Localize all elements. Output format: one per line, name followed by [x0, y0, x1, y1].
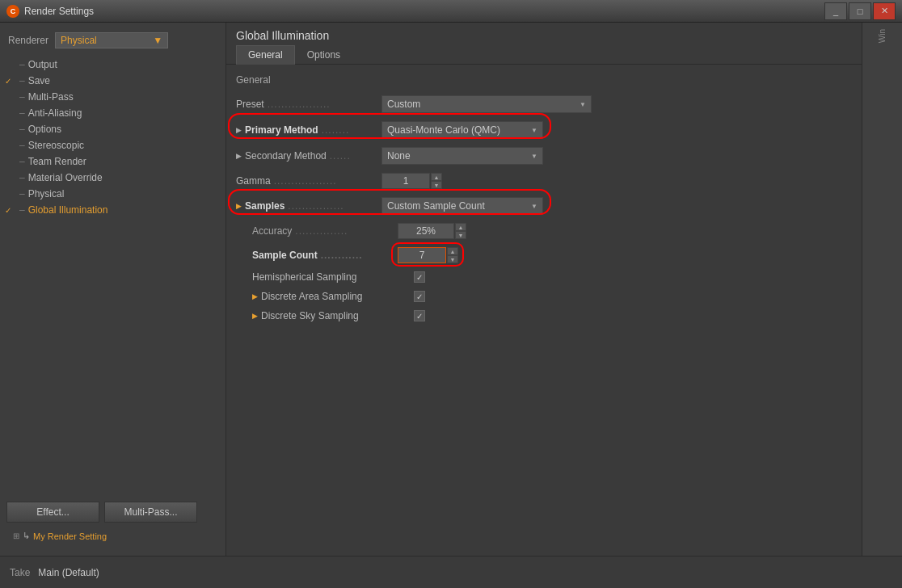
primary-method-row: ▶ Primary Method ........ Quasi-Monte Ca…: [236, 120, 852, 141]
close-button[interactable]: ✕: [873, 2, 896, 20]
expand-arrow-icon: ▶: [236, 152, 242, 160]
expand-icon: ⊞: [13, 531, 19, 540]
sidebar-item-save[interactable]: ✓ – Save: [0, 73, 226, 89]
multipass-button[interactable]: Multi-Pass...: [104, 502, 197, 523]
bottom-bar: Take Main (Default): [0, 556, 902, 588]
minimize-button[interactable]: _: [824, 2, 847, 20]
renderer-label: Renderer: [8, 35, 48, 46]
window-controls: _ □ ✕: [824, 2, 896, 20]
sidebar-item-antialiasing[interactable]: – Anti-Aliasing: [0, 105, 226, 121]
accuracy-label: Accuracy: [252, 225, 292, 237]
chevron-down-icon: ▼: [531, 153, 537, 160]
discrete-area-row: ▶ Discrete Area Sampling ✓: [236, 289, 852, 304]
section-header: General: [236, 73, 852, 87]
hemispherical-row: Hemispherical Sampling ✓: [236, 270, 852, 284]
right-panel: Win: [862, 23, 902, 556]
discrete-sky-row: ▶ Discrete Sky Sampling ✓: [236, 309, 852, 323]
sidebar-item-options[interactable]: – Options: [0, 121, 226, 137]
gamma-spinner[interactable]: ▲ ▼: [431, 173, 442, 189]
sample-count-label: Sample Count: [252, 250, 318, 261]
accuracy-row: Accuracy ............... 25% ▲ ▼: [236, 221, 852, 241]
sidebar-item-output[interactable]: – Output: [0, 57, 226, 73]
samples-row: ▶ Samples ................ Custom Sample…: [236, 195, 852, 216]
render-setting-row: ⊞ ↳ My Render Setting: [6, 527, 219, 544]
take-label: Take: [10, 567, 30, 578]
take-value: Main (Default): [38, 567, 99, 578]
render-setting-label[interactable]: My Render Setting: [33, 531, 107, 541]
renderer-row: Renderer Physical ▼: [0, 27, 226, 53]
samples-label: Samples: [245, 200, 285, 212]
preset-row: Preset .................. Custom ▼: [236, 94, 852, 115]
spin-down-icon[interactable]: ▼: [431, 181, 442, 189]
gamma-input[interactable]: 1: [381, 173, 430, 189]
expand-area-icon: ▶: [252, 292, 258, 300]
chevron-down-icon: ▼: [531, 127, 537, 134]
spin-up-icon[interactable]: ▲: [431, 173, 442, 181]
primary-method-dropdown[interactable]: Quasi-Monte Carlo (QMC) ▼: [381, 121, 543, 139]
title-bar: C Render Settings _ □ ✕: [0, 0, 902, 23]
sample-count-spinner[interactable]: ▲ ▼: [447, 247, 458, 263]
sidebar-item-teamrender[interactable]: – Team Render: [0, 153, 226, 170]
gamma-label: Gamma: [236, 175, 271, 187]
sidebar-item-materialoverride[interactable]: – Material Override: [0, 170, 226, 186]
sample-count-row: Sample Count ............ 7 ▲ ▼: [236, 246, 852, 265]
content-panel: General Preset .................. Custom…: [226, 65, 862, 556]
spin-down-icon[interactable]: ▼: [447, 255, 458, 263]
expand-sky-icon: ▶: [252, 312, 258, 320]
sample-count-input[interactable]: 7: [398, 247, 446, 263]
primary-method-label: Primary Method: [245, 124, 318, 136]
preset-dropdown[interactable]: Custom ▼: [381, 95, 592, 113]
right-panel-label: Win: [878, 29, 887, 43]
accuracy-spinner[interactable]: ▲ ▼: [455, 223, 466, 239]
hemispherical-checkbox[interactable]: ✓: [414, 271, 425, 283]
spin-up-icon[interactable]: ▲: [447, 247, 458, 255]
secondary-method-label: Secondary Method: [245, 150, 327, 162]
sidebar-item-globalillumination[interactable]: ✓ – Global Illumination: [0, 202, 226, 218]
discrete-sky-checkbox[interactable]: ✓: [414, 310, 425, 321]
content-area: Global Illumination General Options Gene…: [226, 23, 862, 556]
secondary-method-dropdown[interactable]: None ▼: [381, 147, 543, 165]
gamma-input-group: 1 ▲ ▼: [381, 173, 442, 189]
accuracy-input-group: 25% ▲ ▼: [398, 223, 466, 239]
sidebar-item-physical[interactable]: – Physical: [0, 186, 226, 202]
sample-count-input-group: 7 ▲ ▼: [398, 247, 458, 263]
samples-dropdown[interactable]: Custom Sample Count ▼: [381, 197, 543, 215]
hemispherical-label: Hemispherical Sampling: [252, 271, 414, 283]
chevron-down-icon: ▼: [580, 101, 586, 108]
discrete-sky-label: Discrete Sky Sampling: [261, 310, 359, 321]
expand-arrow-icon: ▶: [236, 202, 242, 210]
sidebar-action-buttons: Effect... Multi-Pass...: [6, 502, 219, 523]
accuracy-input[interactable]: 25%: [398, 223, 454, 239]
sidebar-item-multipass[interactable]: – Multi-Pass: [0, 89, 226, 105]
app-icon: C: [6, 5, 19, 18]
maximize-button[interactable]: □: [849, 2, 871, 20]
sidebar: Renderer Physical ▼ – Output ✓ – Save – …: [0, 23, 226, 556]
sidebar-item-stereoscopic[interactable]: – Stereoscopic: [0, 137, 226, 153]
discrete-area-checkbox[interactable]: ✓: [414, 291, 425, 302]
tabs-row: General Options: [226, 45, 862, 65]
discrete-area-label: Discrete Area Sampling: [261, 291, 362, 302]
window-title: Render Settings: [24, 6, 824, 17]
renderer-dropdown[interactable]: Physical ▼: [55, 32, 168, 48]
gamma-row: Gamma .................. 1 ▲ ▼: [236, 171, 852, 191]
spin-up-icon[interactable]: ▲: [455, 223, 466, 231]
chevron-down-icon: ▼: [531, 203, 537, 210]
tab-options[interactable]: Options: [295, 45, 352, 65]
spin-down-icon[interactable]: ▼: [455, 231, 466, 239]
effect-button[interactable]: Effect...: [6, 502, 99, 523]
tab-general[interactable]: General: [236, 45, 295, 65]
preset-label: Preset: [236, 99, 264, 110]
gi-header: Global Illumination: [226, 23, 862, 45]
expand-arrow-icon: ▶: [236, 126, 242, 134]
secondary-method-row: ▶ Secondary Method ...... None ▼: [236, 145, 852, 166]
